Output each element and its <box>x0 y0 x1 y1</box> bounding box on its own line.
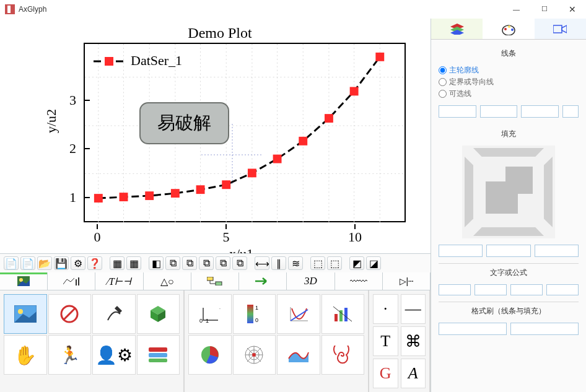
axis-icon: 01→ <box>199 305 221 323</box>
fill-slot-3[interactable] <box>535 245 579 257</box>
gal-pen[interactable] <box>92 294 136 334</box>
gal-line[interactable]: — <box>401 294 426 324</box>
gal-list[interactable] <box>137 335 180 375</box>
svg-rect-65 <box>335 314 338 321</box>
line-slot-4[interactable] <box>562 105 579 118</box>
window-close-button[interactable]: ✕ <box>558 0 586 19</box>
distribute-space-button[interactable]: ≋ <box>288 256 303 270</box>
svg-point-74 <box>508 25 510 28</box>
align-top-button[interactable]: ⧉ <box>199 256 214 270</box>
line-slot-1[interactable] <box>439 105 476 118</box>
side-tab-layers[interactable] <box>431 19 483 39</box>
gear-head-icon: 👤⚙ <box>95 345 133 365</box>
distribute-v-button[interactable]: ∥ <box>271 256 286 270</box>
tab-flowchart[interactable] <box>191 272 239 290</box>
tab-text[interactable]: ∕T⊢⊣ <box>95 272 143 290</box>
align-bottom-button[interactable]: ⧉ <box>232 256 247 270</box>
image-icon <box>17 276 30 286</box>
arrow-icon <box>255 277 270 285</box>
window-maximize-button[interactable]: ☐ <box>530 0 558 19</box>
align-right-button[interactable]: ⧉ <box>182 256 197 270</box>
text-slot-3[interactable] <box>510 284 543 295</box>
ungroup-button[interactable]: ⬚ <box>327 256 342 270</box>
gal-surface[interactable] <box>277 335 320 375</box>
gal-hand[interactable]: ✋ <box>4 335 47 375</box>
gal-bar-series[interactable] <box>321 294 365 334</box>
side-tab-animate[interactable] <box>535 19 586 39</box>
text-slot-4[interactable] <box>546 284 579 295</box>
window-minimize-button[interactable]: — <box>502 0 530 19</box>
gal-radar[interactable] <box>233 335 276 375</box>
settings-button[interactable]: ⚙ <box>71 256 85 270</box>
gal-guide-a[interactable]: A <box>401 359 426 388</box>
svg-rect-30 <box>273 155 282 163</box>
tab-chart[interactable] <box>48 272 95 290</box>
gal-cube[interactable] <box>137 294 180 334</box>
gal-boxed-text[interactable]: ⌘ <box>401 326 426 356</box>
gal-point[interactable]: · <box>373 294 398 324</box>
gal-axis[interactable]: 01→ <box>188 294 232 334</box>
side-tab-style[interactable] <box>483 19 534 39</box>
chart[interactable]: Demo Plot y/u2 1 2 3 <box>15 25 424 253</box>
gal-spiral[interactable] <box>321 335 365 375</box>
gal-text-tool[interactable]: T <box>373 326 398 356</box>
radio-main-outline[interactable]: 主轮廓线 <box>439 65 579 76</box>
gal-gear-head[interactable]: 👤⚙ <box>92 335 136 375</box>
spring-icon: 〰〰 <box>350 276 367 286</box>
gal-no-image[interactable] <box>48 294 92 334</box>
new-doc-button[interactable]: 📄 <box>4 256 19 270</box>
tab-circuit[interactable]: ▷|┄ <box>383 272 431 290</box>
help-button[interactable]: ❓ <box>87 256 102 270</box>
radio-boundary-line[interactable]: 定界或导向线 <box>439 77 579 87</box>
text-slot-2[interactable] <box>474 284 507 295</box>
fill-section-title: 填充 <box>439 129 579 139</box>
fill-slot-2[interactable] <box>486 245 530 257</box>
svg-rect-33 <box>350 87 359 95</box>
fill-preview[interactable] <box>462 146 555 238</box>
save-button[interactable]: 💾 <box>54 256 69 270</box>
snap-button-2[interactable]: ▦ <box>126 256 141 270</box>
svg-rect-26 <box>171 189 180 198</box>
gal-guide-g[interactable]: G <box>373 359 398 388</box>
radio-optional-line[interactable]: 可选线 <box>439 89 579 99</box>
gal-function-plot[interactable] <box>277 294 320 334</box>
gal-pie[interactable] <box>188 335 232 375</box>
format-slot-1[interactable] <box>439 323 507 335</box>
format-slot-2[interactable] <box>510 323 579 335</box>
tab-shapes[interactable]: △○ <box>144 272 191 290</box>
rotate-button-1[interactable]: ◩ <box>349 256 364 270</box>
group-button[interactable]: ⬚ <box>310 256 325 270</box>
align-mid-button[interactable]: ⧉ <box>216 256 230 270</box>
palette-icon <box>502 23 515 35</box>
legend: DatSer_1 <box>94 53 217 71</box>
align-icon: ⧉ <box>237 258 243 269</box>
tab-arrow[interactable] <box>239 272 287 290</box>
canvas-area[interactable]: Demo Plot y/u2 1 2 3 <box>0 19 431 253</box>
rotate-icon: ◩ <box>352 258 362 269</box>
format-paint-slots <box>439 323 579 335</box>
align-left-button[interactable]: ◧ <box>149 256 164 270</box>
line-slot-2[interactable] <box>480 105 518 118</box>
fill-slots <box>439 245 579 257</box>
chart-icon <box>63 277 79 285</box>
svg-rect-76 <box>553 25 562 33</box>
text-tool-icon: ∕T⊢⊣ <box>107 276 131 287</box>
copy-doc-button[interactable]: 📄 <box>20 256 35 270</box>
rotate-button-2[interactable]: ◪ <box>366 256 381 270</box>
tab-image[interactable] <box>0 272 48 290</box>
main-toolbar: 📄 📄 📂 💾 ⚙ ❓ ▦ ▦ ◧ ⧉ ⧉ ⧉ ⧉ ⧉ ⟷ ∥ ≋ ⬚ ⬚ ◩ … <box>0 253 431 272</box>
distribute-h-button[interactable]: ⟷ <box>255 256 269 270</box>
svg-text:0: 0 <box>255 317 258 323</box>
gal-insert-image[interactable] <box>4 294 47 334</box>
tab-spring[interactable]: 〰〰 <box>335 272 383 290</box>
line-slot-3[interactable] <box>521 105 559 118</box>
open-button[interactable]: 📂 <box>37 256 52 270</box>
tab-3d[interactable]: 3D <box>287 272 335 290</box>
gal-colorbar[interactable]: 10 <box>233 294 276 334</box>
text-slot-1[interactable] <box>439 284 471 295</box>
align-center-button[interactable]: ⧉ <box>165 256 180 270</box>
gal-run[interactable]: 🏃 <box>48 335 92 375</box>
watermark-badge[interactable]: 易破解 <box>139 102 229 144</box>
fill-slot-1[interactable] <box>439 245 483 257</box>
snap-button-1[interactable]: ▦ <box>110 256 125 270</box>
